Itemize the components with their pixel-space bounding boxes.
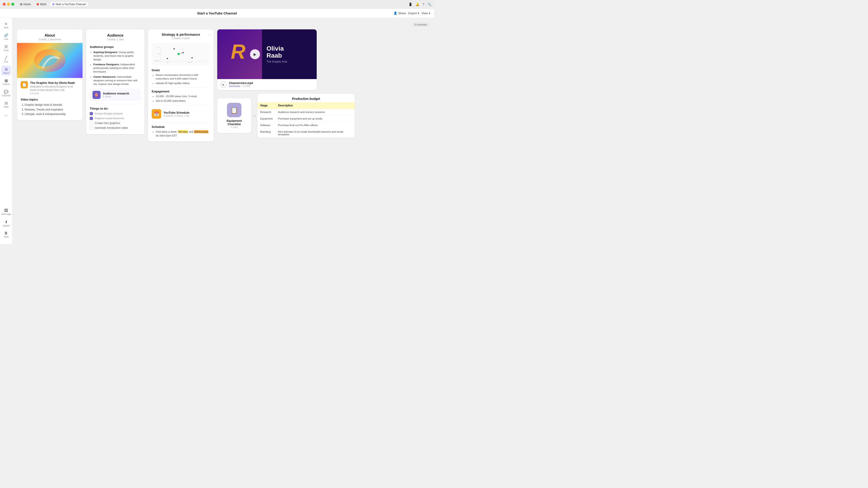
sidebar-item-link[interactable]: 🔗 Link bbox=[1, 32, 11, 41]
budget-col-desc: Description bbox=[275, 102, 355, 109]
todo-check-1[interactable]: ✓ bbox=[90, 117, 93, 120]
tab-home-label: Home bbox=[24, 3, 31, 6]
sidebar-item-upload[interactable]: ⬆ Upload bbox=[1, 218, 11, 228]
audience-card-body: Audience groups Aspiring Designers: Youn… bbox=[86, 43, 145, 134]
doc-info: The Graphic Hub by Olivia Raab Dedicated… bbox=[30, 81, 79, 95]
doc-item: 📄 The Graphic Hub by Olivia Raab Dedicat… bbox=[21, 81, 79, 95]
file-size-separator: - bbox=[241, 85, 242, 88]
view-button[interactable]: View ▾ bbox=[422, 11, 430, 15]
sidebar-item-add-image[interactable]: 🖼 Add Image bbox=[1, 207, 11, 217]
sidebar-note-label: Note bbox=[4, 26, 8, 29]
youtube-schedule-item[interactable]: 📅 YouTube Schedule 8 boards, 4 cards, 1 … bbox=[152, 107, 210, 121]
audience-card-header: Audience 1 board, 1 card bbox=[86, 29, 145, 43]
tab-work-label: Work bbox=[40, 3, 46, 6]
titlebar: Home Work Start a YouTube Channel 📱 🔔 ? … bbox=[0, 0, 434, 8]
search-icon[interactable]: 🔍 bbox=[428, 2, 431, 6]
audience-subtitle: 1 board, 1 card bbox=[90, 38, 141, 41]
stage-1: Equipment bbox=[257, 116, 275, 122]
olivia-last: Raab bbox=[267, 52, 282, 59]
list-item: Upload 20 high quality videos bbox=[156, 81, 210, 85]
notification-icon[interactable]: 🔔 bbox=[415, 2, 419, 6]
group-name-1: Freelance Designers: bbox=[93, 63, 120, 66]
todo-text-1: Register social channels bbox=[95, 117, 124, 120]
audience-groups: Audience groups Aspiring Designers: Youn… bbox=[90, 45, 141, 86]
things-todo: Things to do: ✓ Create Google account ✓ … bbox=[90, 104, 141, 129]
about-card: About 2 cards, 1 document bbox=[17, 29, 83, 120]
titlebar-right: 📱 🔔 ? 🔍 bbox=[408, 2, 431, 6]
sidebar-item-line[interactable]: ╱ Line bbox=[1, 54, 11, 64]
stage-2: Software bbox=[257, 122, 275, 129]
sidebar-todo-label: To-do bbox=[4, 49, 9, 52]
arrow-icon: → bbox=[252, 113, 256, 119]
export-chevron-icon: ▾ bbox=[418, 11, 419, 15]
sidebar-item-comment[interactable]: 💬 Comment bbox=[1, 88, 11, 98]
strategy-title: Strategy & performance bbox=[152, 33, 210, 36]
play-button[interactable]: ▶ bbox=[250, 49, 260, 59]
sidebar-item-column[interactable]: ▦ Column bbox=[1, 77, 11, 87]
sidebar-item-table[interactable]: ⊟ Table bbox=[1, 99, 11, 109]
todo-check-3[interactable] bbox=[90, 126, 93, 129]
sidebar-item-board[interactable]: ⊞ Board bbox=[1, 66, 11, 75]
main-layout: ≡ Note 🔗 Link ☰ To-do ╱ Line ⊞ Board ▦ C… bbox=[0, 18, 434, 244]
doc-description: Dedicated to educating designers of all … bbox=[30, 85, 79, 92]
things-todo-heading: Things to do: bbox=[90, 107, 141, 110]
schedule-wednesday: Wednesday bbox=[194, 130, 209, 133]
todo-check-2[interactable] bbox=[90, 122, 93, 125]
strategy-card-header: Strategy & performance 1 board, 4 cards … bbox=[148, 29, 214, 41]
file-meta: Download - 1.6 MB bbox=[229, 85, 313, 88]
sort-bar: 0 Unsorted bbox=[17, 23, 430, 27]
equip-budget-row: 📋 Equipment Checklist 1 card → Productio… bbox=[217, 94, 355, 138]
help-icon[interactable]: ? bbox=[423, 2, 424, 6]
download-link[interactable]: Download bbox=[229, 85, 240, 88]
export-button[interactable]: Export ▾ bbox=[408, 11, 419, 15]
list-item: Lifestyle, work & entrepreneurship bbox=[25, 112, 79, 116]
sort-badge[interactable]: 0 Unsorted bbox=[412, 23, 430, 27]
audience-groups-list: Aspiring Designers: Young adults, studen… bbox=[90, 51, 141, 86]
tab-group: Home Work Start a YouTube Channel bbox=[18, 2, 88, 6]
tab-youtube[interactable]: Start a YouTube Channel bbox=[50, 2, 88, 6]
youtube-schedule-title: YouTube Schedule bbox=[163, 111, 189, 114]
card-menu-icon[interactable]: ··· bbox=[208, 33, 211, 37]
sidebar-item-trash[interactable]: 🗑 Trash bbox=[1, 230, 11, 239]
sidebar-comment-label: Comment bbox=[2, 94, 10, 97]
desc-0: Audience research and survery sessions bbox=[275, 109, 355, 116]
list-item: Freelance Designers: Independent profess… bbox=[93, 63, 141, 73]
doc-title: The Graphic Hub by Olivia Raab bbox=[30, 81, 79, 85]
budget-title: Production budget bbox=[261, 97, 351, 101]
desc-1: Purchase equipment and set up studio bbox=[275, 116, 355, 122]
list-item: Post twice a week: Monday and Wednesday … bbox=[156, 130, 210, 137]
tab-work[interactable]: Work bbox=[34, 2, 49, 6]
audience-research-item[interactable]: 🎯 Audience research 0 cards bbox=[90, 89, 141, 101]
sidebar-item-todo[interactable]: ☰ To-do bbox=[1, 43, 11, 53]
device-icon[interactable]: 📱 bbox=[408, 2, 412, 6]
goals-heading: Goals bbox=[152, 68, 210, 72]
sidebar-item-note[interactable]: ≡ Note bbox=[1, 20, 11, 30]
equipment-title: Equipment Checklist bbox=[222, 119, 247, 126]
svg-text:Beginner: Beginner bbox=[154, 60, 160, 61]
strategy-chart: Pro Me Beginner Fun Serious Me bbox=[154, 45, 208, 64]
todo-check-0[interactable]: ✓ bbox=[90, 112, 93, 115]
minimize-button[interactable] bbox=[7, 3, 10, 6]
todo-item-1: ✓ Register social channels bbox=[90, 117, 141, 120]
audience-research-title: Audience research bbox=[103, 92, 129, 95]
file-play-button[interactable]: ▶ bbox=[220, 81, 227, 88]
view-label: View bbox=[422, 11, 428, 15]
file-row: ▶ Channel-Intro.mp4 Download - 1.6 MB bbox=[217, 79, 317, 90]
sidebar-item-more[interactable]: ··· bbox=[1, 111, 11, 121]
close-button[interactable] bbox=[3, 3, 6, 6]
card-divider bbox=[152, 87, 210, 88]
schedule-end: (to start) 5pm EST bbox=[156, 134, 177, 137]
file-name: Channel-Intro.mp4 bbox=[229, 82, 313, 85]
share-icon: 👤 bbox=[394, 11, 397, 15]
maximize-button[interactable] bbox=[11, 3, 14, 6]
youtube-schedule-subtitle: 8 boards, 4 cards, 1 file bbox=[163, 114, 189, 117]
about-card-body: 📄 The Graphic Hub by Olivia Raab Dedicat… bbox=[17, 78, 83, 120]
traffic-lights bbox=[3, 3, 14, 6]
tab-youtube-label: Start a YouTube Channel bbox=[56, 3, 86, 6]
list-item: Career Advancers: Intermediate designers… bbox=[93, 75, 141, 86]
share-button[interactable]: 👤 Share bbox=[394, 11, 406, 15]
more-icon: ··· bbox=[4, 113, 7, 118]
chart-area: Pro Me Beginner Fun Serious Me bbox=[152, 43, 210, 66]
tab-home[interactable]: Home bbox=[18, 2, 33, 6]
engagement-heading: Engagement bbox=[152, 90, 210, 93]
